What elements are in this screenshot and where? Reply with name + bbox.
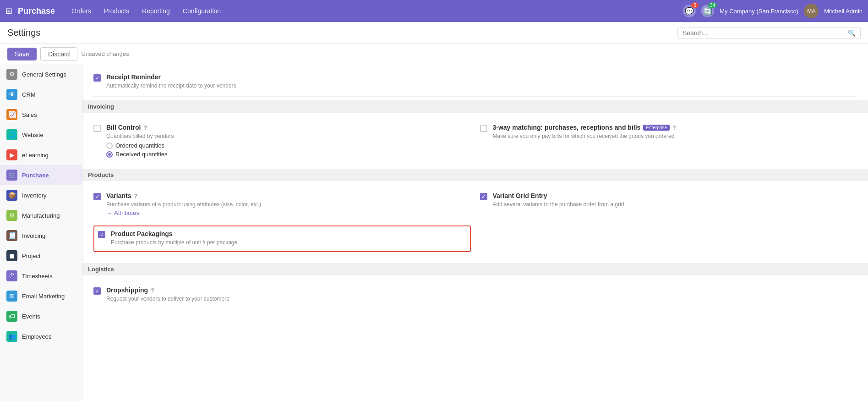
sidebar-item-general-settings[interactable]: ⚙ General Settings (0, 64, 82, 84)
manufacturing-icon: ⚙ (6, 210, 17, 221)
page-title: Settings (7, 27, 674, 38)
avatar[interactable]: MA (804, 4, 819, 18)
variant-grid-checkbox[interactable]: ✓ (480, 193, 487, 200)
sidebar-label-sales: Sales (22, 111, 37, 118)
save-button[interactable]: Save (7, 48, 37, 60)
sidebar-label-elearning: eLearning (22, 152, 49, 159)
variants-checkbox[interactable]: ✓ (93, 193, 101, 200)
radio-ordered-quantities[interactable]: Ordered quantities (106, 142, 471, 149)
three-way-checkbox[interactable] (480, 125, 487, 132)
dropshipping-help-icon[interactable]: ? (151, 287, 154, 294)
top-navigation: ⊞ Purchase Orders Products Reporting Con… (0, 0, 868, 22)
grid-icon[interactable]: ⊞ (5, 6, 12, 16)
receipt-reminder-title: Receipt Reminder (106, 73, 857, 81)
user-name: Mitchell Admin (824, 8, 863, 15)
dropshipping-item: ✓ Dropshipping ? Request your vendors to… (93, 286, 471, 304)
variants-help-icon[interactable]: ? (134, 192, 137, 199)
dropshipping-title: Dropshipping ? (106, 286, 471, 294)
three-way-help-icon[interactable]: ? (672, 124, 676, 131)
top-right-section: 💬 5 🔄 34 My Company (San Francisco) MA M… (683, 4, 863, 18)
variant-grid-title: Variant Grid Entry (493, 192, 857, 199)
sidebar-item-elearning[interactable]: ▶ eLearning (0, 145, 82, 165)
products-section-header: Products (82, 169, 868, 181)
sidebar-label-employees: Employees (22, 333, 51, 340)
product-packagings-desc: Purchase products by multiple of unit # … (111, 239, 466, 246)
variant-grid-item: ✓ Variant Grid Entry Add several variant… (480, 192, 857, 216)
bill-control-item: Bill Control ? Quantities billed by vend… (93, 124, 471, 158)
radio-ordered-label: Ordered quantities (115, 142, 164, 149)
clock-icon-badge[interactable]: 🔄 34 (701, 5, 714, 17)
search-icon: 🔍 (848, 29, 856, 37)
timesheets-icon: ⏱ (6, 270, 17, 281)
company-name: My Company (San Francisco) (720, 8, 798, 15)
sidebar-item-employees[interactable]: 👥 Employees (0, 326, 82, 346)
sidebar-item-events[interactable]: 🏷 Events (0, 306, 82, 326)
nav-links: Orders Products Reporting Configuration (66, 5, 679, 17)
radio-received-dot (106, 151, 113, 158)
product-packagings-checkbox[interactable]: ✓ (98, 231, 105, 238)
chat-icon-badge[interactable]: 💬 5 (683, 5, 696, 17)
project-icon: ◼ (6, 250, 17, 261)
variants-desc: Purchase variants of a product using att… (106, 201, 471, 208)
variants-item: ✓ Variants ? Purchase variants of a prod… (93, 192, 471, 216)
nav-reporting[interactable]: Reporting (136, 5, 175, 17)
purchase-icon: 🛒 (6, 170, 17, 181)
product-packagings-title: Product Packagings (111, 230, 466, 237)
product-packagings-content: Product Packagings Purchase products by … (111, 230, 466, 247)
main-layout: ⚙ General Settings 👁 CRM 📈 Sales 🌐 Websi… (0, 64, 868, 401)
sidebar-item-website[interactable]: 🌐 Website (0, 125, 82, 145)
sidebar-item-manufacturing[interactable]: ⚙ Manufacturing (0, 205, 82, 225)
discard-button[interactable]: Discard (40, 47, 77, 61)
sidebar-label-events: Events (22, 313, 40, 320)
dropshipping-content: Dropshipping ? Request your vendors to d… (106, 286, 471, 304)
bill-control-checkbox[interactable] (93, 125, 101, 132)
nav-configuration[interactable]: Configuration (177, 5, 226, 17)
second-bar: Settings 🔍 (0, 22, 868, 44)
sidebar-item-invoicing[interactable]: 🧾 Invoicing (0, 225, 82, 246)
sidebar-label-crm: CRM (22, 91, 36, 98)
bill-control-desc: Quantities billed by vendors (106, 133, 471, 139)
variant-grid-desc: Add several variants to the purchase ord… (493, 201, 857, 208)
dropshipping-desc: Request your vendors to deliver to your … (106, 296, 471, 302)
bill-control-radio-group: Ordered quantities Received quantities (106, 142, 471, 158)
sidebar-item-timesheets[interactable]: ⏱ Timesheets (0, 266, 82, 286)
sidebar-item-inventory[interactable]: 📦 Inventory (0, 185, 82, 205)
sidebar-item-email-marketing[interactable]: ✉ Email Marketing (0, 286, 82, 306)
sidebar-label-website: Website (22, 132, 44, 138)
three-way-title: 3-way matching: purchases, receptions an… (493, 124, 857, 131)
three-way-matching-item: 3-way matching: purchases, receptions an… (480, 124, 857, 158)
employees-icon: 👥 (6, 331, 17, 342)
dropshipping-checkbox[interactable]: ✓ (93, 287, 101, 295)
receipt-reminder-checkbox[interactable]: ✓ (93, 74, 101, 82)
nav-orders[interactable]: Orders (66, 5, 97, 17)
sidebar-label-purchase: Purchase (22, 172, 49, 179)
search-input[interactable] (682, 29, 846, 37)
app-title: Purchase (18, 6, 55, 16)
sidebar-label-project: Project (22, 253, 40, 259)
crm-icon: 👁 (6, 89, 17, 100)
bill-control-help-icon[interactable]: ? (143, 124, 147, 131)
products-grid: ✓ Variants ? Purchase variants of a prod… (93, 185, 857, 259)
radio-ordered-dot (106, 143, 113, 149)
email-marketing-icon: ✉ (6, 291, 17, 302)
website-icon: 🌐 (6, 129, 17, 140)
variants-attributes-link[interactable]: → Attributes (106, 209, 471, 216)
logistics-grid: ✓ Dropshipping ? Request your vendors to… (93, 279, 857, 311)
nav-products[interactable]: Products (98, 5, 135, 17)
sidebar-label-invoicing: Invoicing (22, 232, 45, 239)
product-packagings-item: ✓ Product Packagings Purchase products b… (93, 225, 471, 252)
radio-received-quantities[interactable]: Received quantities (106, 151, 471, 158)
receipt-reminder-desc: Automatically remind the receipt date to… (106, 82, 857, 89)
radio-received-label: Received quantities (115, 151, 167, 158)
sidebar-item-crm[interactable]: 👁 CRM (0, 84, 82, 104)
bill-control-title: Bill Control ? (106, 124, 471, 131)
sidebar-label-manufacturing: Manufacturing (22, 212, 60, 219)
enterprise-badge: Enterprise (643, 125, 670, 131)
sidebar-item-project[interactable]: ◼ Project (0, 246, 82, 266)
main-content: ✓ Receipt Reminder Automatically remind … (82, 64, 868, 401)
unsaved-changes-label: Unsaved changes (81, 50, 129, 57)
variant-grid-content: Variant Grid Entry Add several variants … (493, 192, 857, 209)
invoicing-grid: Bill Control ? Quantities billed by vend… (93, 116, 857, 165)
sidebar-item-purchase[interactable]: 🛒 Purchase (0, 165, 82, 185)
sidebar-item-sales[interactable]: 📈 Sales (0, 104, 82, 125)
